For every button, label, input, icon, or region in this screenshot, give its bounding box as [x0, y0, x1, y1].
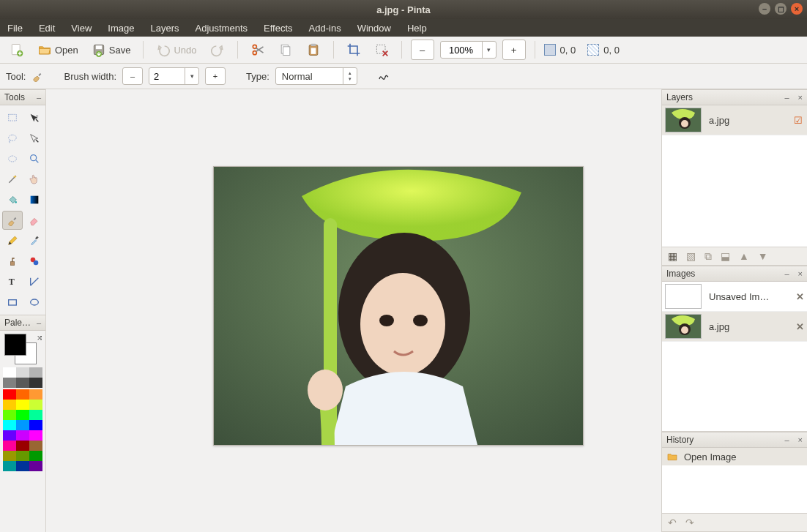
delete-layer-button[interactable]: ▧: [686, 250, 696, 262]
history-redo-button[interactable]: ↷: [685, 517, 694, 528]
swatch[interactable]: [29, 367, 42, 378]
menu-file[interactable]: File: [7, 23, 23, 34]
open-button[interactable]: Open: [34, 40, 82, 59]
swatch[interactable]: [16, 451, 29, 461]
swatch[interactable]: [16, 400, 29, 410]
tool-line-curve[interactable]: [24, 272, 45, 291]
layer-visible-checkbox[interactable]: ☑: [792, 115, 804, 126]
swatch[interactable]: [29, 451, 42, 461]
undo-button[interactable]: Undo: [152, 40, 200, 59]
tool-zoom[interactable]: [24, 149, 45, 168]
swatch[interactable]: [3, 367, 16, 378]
redo-button[interactable]: [207, 40, 228, 59]
swatch[interactable]: [29, 420, 42, 430]
tool-paint-bucket[interactable]: [2, 190, 23, 209]
menu-add-ins[interactable]: Add-ins: [309, 23, 341, 34]
swatch[interactable]: [16, 430, 29, 441]
swatch[interactable]: [29, 410, 42, 420]
window-minimize-button[interactable]: –: [759, 3, 770, 15]
history-undo-button[interactable]: ↶: [668, 517, 677, 528]
history-panel-close[interactable]: ×: [798, 435, 803, 444]
layer-up-button[interactable]: ▲: [739, 250, 749, 262]
color-swatch[interactable]: ⤭: [3, 334, 42, 364]
layer-row[interactable]: a.jpg☑: [662, 105, 807, 135]
swatch[interactable]: [16, 420, 29, 430]
zoom-in-button[interactable]: +: [502, 40, 526, 60]
tool-pencil[interactable]: [2, 231, 23, 250]
palette-panel-header[interactable]: Pale… –: [0, 315, 45, 331]
brush-type-stepper[interactable]: ▴▾: [343, 68, 357, 84]
swatch[interactable]: [29, 441, 42, 451]
window-maximize-button[interactable]: ◻: [775, 3, 786, 15]
brush-width-increment[interactable]: +: [205, 67, 226, 85]
history-panel-minimize[interactable]: –: [784, 435, 789, 444]
brush-type-field[interactable]: Normal ▴▾: [275, 67, 357, 85]
cut-button[interactable]: [247, 40, 269, 59]
window-close-button[interactable]: ×: [791, 3, 803, 15]
copy-button[interactable]: [275, 40, 297, 59]
menu-edit[interactable]: Edit: [39, 23, 55, 34]
image-close-button[interactable]: ✕: [796, 291, 804, 302]
tool-ellipse-select[interactable]: [2, 149, 23, 168]
images-panel-header[interactable]: Images – ×: [662, 266, 807, 282]
swatch[interactable]: [3, 378, 16, 388]
history-panel-header[interactable]: History – ×: [662, 432, 807, 448]
swatch[interactable]: [16, 378, 29, 388]
tool-move-selected[interactable]: +: [24, 108, 45, 127]
tool-recolor[interactable]: [24, 252, 45, 271]
swatch[interactable]: [16, 441, 29, 451]
layer-down-button[interactable]: ▼: [758, 250, 768, 262]
tool-lasso[interactable]: [2, 129, 23, 148]
tool-paintbrush[interactable]: [2, 211, 23, 230]
menu-image[interactable]: Image: [108, 23, 134, 34]
canvas-area[interactable]: [46, 89, 661, 532]
primary-color[interactable]: [4, 334, 26, 356]
menu-help[interactable]: Help: [407, 23, 427, 34]
swatch[interactable]: [16, 367, 29, 378]
tool-move-selection[interactable]: [24, 129, 45, 148]
tools-panel-minimize[interactable]: –: [37, 93, 41, 102]
tool-color-picker[interactable]: [24, 231, 45, 250]
swatch[interactable]: [3, 420, 16, 430]
tool-rectangle-select[interactable]: [2, 108, 23, 127]
brush-width-input[interactable]: [149, 70, 185, 83]
layers-panel-close[interactable]: ×: [798, 93, 803, 102]
menu-view[interactable]: View: [71, 23, 92, 34]
brush-width-dropdown[interactable]: ▾: [185, 68, 198, 84]
paste-button[interactable]: [302, 40, 324, 59]
swatch[interactable]: [29, 378, 42, 388]
images-panel-close[interactable]: ×: [798, 269, 803, 278]
swap-colors-icon[interactable]: ⤭: [37, 334, 42, 342]
image-row[interactable]: a.jpg✕: [662, 312, 807, 342]
tool-text[interactable]: T: [2, 272, 23, 291]
crop-button[interactable]: [343, 40, 365, 59]
menu-adjustments[interactable]: Adjustments: [195, 23, 248, 34]
tool-rectangle-shape[interactable]: [2, 293, 23, 312]
tool-eraser[interactable]: [24, 211, 45, 230]
menu-window[interactable]: Window: [357, 23, 391, 34]
zoom-field[interactable]: ▾: [440, 41, 497, 59]
add-layer-button[interactable]: ▦: [668, 250, 677, 262]
merge-layer-button[interactable]: ⬓: [721, 250, 730, 262]
canvas-image[interactable]: [213, 166, 584, 446]
swatch[interactable]: [16, 389, 29, 400]
tools-panel-header[interactable]: Tools –: [0, 89, 45, 105]
swatch[interactable]: [3, 461, 16, 471]
deselect-button[interactable]: [371, 40, 393, 59]
swatch[interactable]: [16, 461, 29, 471]
menu-layers[interactable]: Layers: [150, 23, 179, 34]
save-button[interactable]: Save: [88, 40, 135, 59]
new-button[interactable]: [6, 40, 28, 59]
brush-width-decrement[interactable]: –: [122, 67, 143, 85]
swatch[interactable]: [3, 410, 16, 420]
stroke-style-icon[interactable]: [378, 70, 390, 82]
layers-panel-minimize[interactable]: –: [784, 93, 789, 102]
swatch[interactable]: [16, 410, 29, 420]
swatch[interactable]: [29, 400, 42, 410]
menu-effects[interactable]: Effects: [264, 23, 293, 34]
swatch[interactable]: [3, 451, 16, 461]
tool-gradient[interactable]: [24, 190, 45, 209]
image-close-button[interactable]: ✕: [796, 321, 804, 332]
swatch[interactable]: [29, 389, 42, 400]
swatch[interactable]: [3, 441, 16, 451]
